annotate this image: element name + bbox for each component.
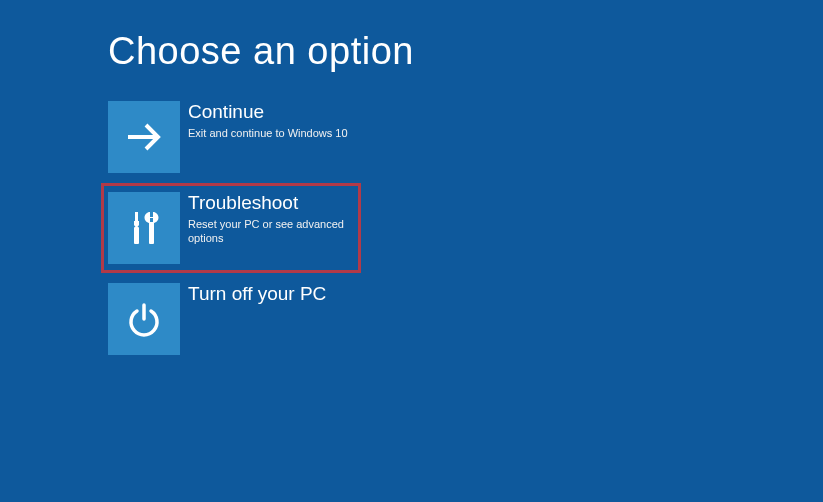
troubleshoot-subtitle: Reset your PC or see advanced options xyxy=(188,217,354,246)
page-title: Choose an option xyxy=(0,0,823,73)
turnoff-option[interactable]: Turn off your PC xyxy=(108,283,366,355)
options-list: Continue Exit and continue to Windows 10 xyxy=(0,73,823,355)
turnoff-title: Turn off your PC xyxy=(188,283,326,306)
troubleshoot-title: Troubleshoot xyxy=(188,192,354,215)
continue-subtitle: Exit and continue to Windows 10 xyxy=(188,126,348,140)
svg-rect-1 xyxy=(135,212,138,221)
continue-title: Continue xyxy=(188,101,348,124)
troubleshoot-text: Troubleshoot Reset your PC or see advanc… xyxy=(180,192,354,245)
tools-icon xyxy=(108,192,180,264)
power-icon xyxy=(108,283,180,355)
turnoff-text: Turn off your PC xyxy=(180,283,326,308)
svg-rect-4 xyxy=(149,222,154,244)
troubleshoot-option[interactable]: Troubleshoot Reset your PC or see advanc… xyxy=(108,192,354,264)
continue-text: Continue Exit and continue to Windows 10 xyxy=(180,101,348,140)
arrow-right-icon xyxy=(108,101,180,173)
continue-option[interactable]: Continue Exit and continue to Windows 10 xyxy=(108,101,366,173)
svg-rect-3 xyxy=(134,227,139,244)
svg-marker-2 xyxy=(134,221,139,227)
highlight-box: Troubleshoot Reset your PC or see advanc… xyxy=(101,183,361,273)
